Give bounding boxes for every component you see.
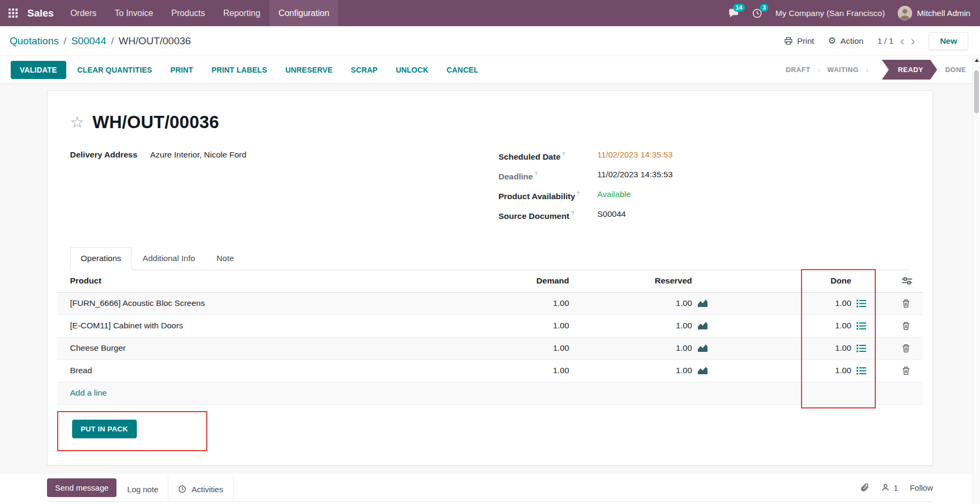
- unreserve-button[interactable]: UNRESERVE: [278, 61, 340, 79]
- area-chart-icon: [697, 367, 708, 375]
- cell-product[interactable]: Cheese Burger: [57, 343, 500, 353]
- send-message-button[interactable]: Send message: [47, 478, 116, 497]
- cell-reserved[interactable]: 1.00: [676, 343, 692, 353]
- detailed-operations-button[interactable]: [857, 300, 866, 308]
- messages-button[interactable]: 14: [728, 8, 739, 19]
- nav-item-products[interactable]: Products: [162, 0, 214, 26]
- cell-done[interactable]: 1.00: [835, 366, 851, 375]
- tab-operations[interactable]: Operations: [70, 247, 132, 270]
- cell-done[interactable]: 1.00: [835, 343, 851, 353]
- field-groups: Delivery Address Azure Interior, Nicole …: [70, 149, 910, 229]
- statusbar: DRAFT › WAITING › READY DONE: [786, 60, 966, 80]
- scrap-button[interactable]: SCRAP: [344, 61, 385, 79]
- status-done[interactable]: DONE: [945, 66, 966, 74]
- tab-additional-info[interactable]: Additional Info: [132, 247, 206, 270]
- unlock-button[interactable]: UNLOCK: [389, 61, 435, 79]
- action-menu-button[interactable]: ⚙ Action: [828, 36, 864, 46]
- optional-columns-button[interactable]: [902, 277, 912, 285]
- activity-clock-icon: [178, 485, 186, 493]
- vertical-scrollbar[interactable]: [973, 57, 980, 504]
- main-content: ☆ WH/OUT/00036 Delivery Address Azure In…: [0, 84, 980, 466]
- forecast-report-button[interactable]: [697, 367, 708, 375]
- breadcrumb-s00044[interactable]: S00044: [71, 35, 106, 47]
- cell-demand[interactable]: 1.00: [553, 298, 569, 308]
- delete-row-button[interactable]: [902, 299, 910, 308]
- forecast-report-button[interactable]: [697, 344, 708, 352]
- forecast-report-button[interactable]: [697, 322, 708, 330]
- follow-button[interactable]: Follow: [910, 483, 933, 492]
- print-button[interactable]: Print: [784, 36, 814, 46]
- delete-row-button[interactable]: [902, 366, 910, 375]
- status-draft[interactable]: DRAFT: [786, 66, 811, 74]
- operation-row[interactable]: [FURN_6666] Acoustic Bloc Screens 1.00 1…: [57, 293, 923, 315]
- cell-product[interactable]: Bread: [57, 366, 500, 375]
- breadcrumb-quotations[interactable]: Quotations: [10, 35, 59, 47]
- delete-row-button[interactable]: [902, 321, 910, 330]
- help-icon: ?: [577, 191, 580, 197]
- user-menu[interactable]: Mitchell Admin: [898, 6, 970, 20]
- nav-item-to-invoice[interactable]: To Invoice: [106, 0, 162, 26]
- nav-item-reporting[interactable]: Reporting: [214, 0, 269, 26]
- company-switcher[interactable]: My Company (San Francisco): [775, 9, 885, 18]
- cell-reserved[interactable]: 1.00: [676, 321, 692, 330]
- print-labels-button[interactable]: PRINT LABELS: [205, 61, 274, 79]
- favorite-star-icon[interactable]: ☆: [70, 114, 84, 130]
- detailed-operations-button[interactable]: [857, 367, 866, 375]
- add-a-line-link[interactable]: Add a line: [57, 388, 107, 398]
- header-product[interactable]: Product: [57, 276, 500, 286]
- field-deadline: Deadline? 11/02/2023 14:35:53: [499, 169, 910, 182]
- scrollbar-thumb[interactable]: [974, 70, 979, 113]
- cell-demand[interactable]: 1.00: [553, 343, 569, 353]
- status-ready-active[interactable]: READY: [882, 60, 937, 80]
- cancel-button[interactable]: CANCEL: [440, 61, 486, 79]
- delivery-address-value[interactable]: Azure Interior, Nicole Ford: [150, 149, 246, 160]
- followers-button[interactable]: 1: [881, 483, 898, 492]
- cell-product[interactable]: [E-COM11] Cabinet with Doors: [57, 321, 500, 330]
- chatter: Send message Log note Activities 1 Follo…: [0, 474, 980, 504]
- header-reserved[interactable]: Reserved: [580, 276, 708, 286]
- pager-next-button[interactable]: ›: [911, 35, 915, 48]
- operation-row[interactable]: [E-COM11] Cabinet with Doors 1.00 1.00 1…: [57, 315, 923, 337]
- scheduled-date-value[interactable]: 11/02/2023 14:35:53: [597, 149, 673, 162]
- cell-reserved[interactable]: 1.00: [676, 298, 692, 308]
- list-icon: [857, 367, 866, 375]
- source-document-value[interactable]: S00044: [597, 209, 626, 222]
- cell-demand[interactable]: 1.00: [553, 366, 569, 375]
- put-in-pack-button[interactable]: PUT IN PACK: [72, 420, 137, 438]
- clear-quantities-button[interactable]: CLEAR QUANTITIES: [71, 61, 159, 79]
- app-brand-sales[interactable]: Sales: [26, 0, 61, 26]
- log-note-button[interactable]: Log note: [118, 477, 168, 501]
- help-icon: ?: [571, 211, 574, 217]
- cell-product[interactable]: [FURN_6666] Acoustic Bloc Screens: [57, 298, 500, 308]
- operation-row[interactable]: Bread 1.00 1.00 1.00: [57, 360, 923, 382]
- validate-button[interactable]: VALIDATE: [11, 61, 66, 79]
- field-scheduled-date: Scheduled Date? 11/02/2023 14:35:53: [499, 149, 910, 162]
- header-done[interactable]: Done: [708, 276, 874, 286]
- pager: 1 / 1 ‹ ›: [877, 35, 915, 48]
- cell-done[interactable]: 1.00: [835, 298, 851, 308]
- forecast-report-button[interactable]: [697, 300, 708, 308]
- cell-done[interactable]: 1.00: [835, 321, 851, 330]
- scroll-up-arrow-icon[interactable]: [975, 59, 979, 62]
- activities-button[interactable]: Activities: [168, 477, 233, 501]
- new-button[interactable]: New: [929, 32, 968, 50]
- list-icon: [857, 344, 866, 352]
- detailed-operations-button[interactable]: [857, 344, 866, 352]
- cell-reserved[interactable]: 1.00: [676, 366, 692, 375]
- status-waiting[interactable]: WAITING: [827, 66, 858, 74]
- attachments-button[interactable]: [860, 483, 869, 492]
- cell-demand[interactable]: 1.00: [553, 321, 569, 330]
- nav-item-configuration[interactable]: Configuration: [269, 0, 338, 26]
- apps-menu-button[interactable]: [0, 0, 26, 26]
- header-demand[interactable]: Demand: [500, 276, 580, 286]
- pager-previous-button[interactable]: ‹: [900, 35, 904, 48]
- tab-note[interactable]: Note: [206, 247, 245, 270]
- form-action-buttons: VALIDATE CLEAR QUANTITIES PRINT PRINT LA…: [11, 61, 485, 79]
- field-delivery-address: Delivery Address Azure Interior, Nicole …: [70, 149, 499, 160]
- delete-row-button[interactable]: [902, 344, 910, 353]
- detailed-operations-button[interactable]: [857, 322, 866, 330]
- nav-item-orders[interactable]: Orders: [61, 0, 106, 26]
- operation-row[interactable]: Cheese Burger 1.00 1.00 1.00: [57, 337, 923, 360]
- activities-systray-button[interactable]: 3: [752, 8, 763, 19]
- print-action-button[interactable]: PRINT: [164, 61, 200, 79]
